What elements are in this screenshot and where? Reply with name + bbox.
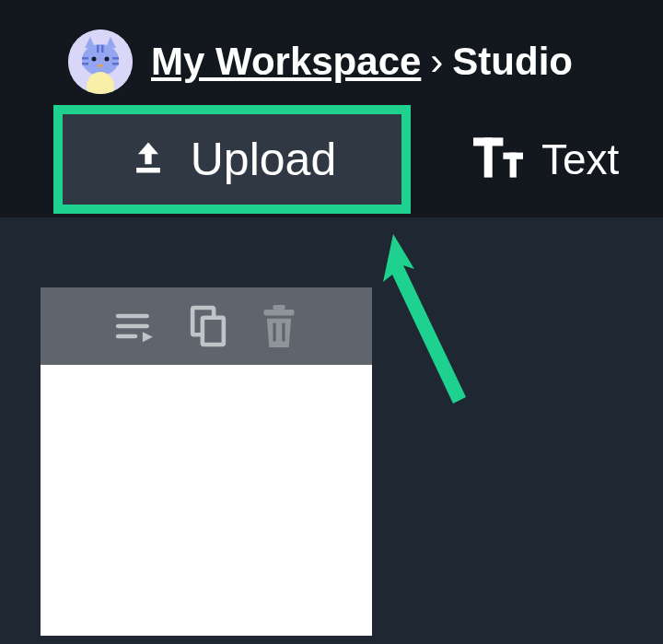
app-header: My Workspace › Studio Upload — [0, 0, 663, 217]
svg-rect-2 — [97, 45, 99, 53]
main-toolbar: Upload Text — [0, 94, 663, 214]
svg-rect-11 — [136, 168, 160, 173]
svg-rect-6 — [112, 57, 119, 60]
text-format-icon — [473, 137, 523, 181]
upload-icon — [128, 137, 169, 181]
item-toolbar — [41, 287, 372, 365]
svg-rect-7 — [112, 63, 119, 65]
svg-rect-23 — [273, 323, 275, 342]
upload-button[interactable]: Upload — [53, 105, 411, 214]
copy-icon[interactable] — [189, 305, 227, 347]
breadcrumb-separator: › — [430, 40, 443, 84]
item-card[interactable] — [41, 287, 372, 636]
item-content[interactable] — [41, 365, 372, 636]
breadcrumb: My Workspace › Studio — [0, 0, 663, 94]
svg-point-9 — [105, 57, 110, 62]
svg-rect-13 — [484, 137, 493, 177]
svg-rect-4 — [82, 57, 88, 60]
breadcrumb-current: Studio — [452, 40, 573, 84]
svg-rect-20 — [203, 318, 224, 345]
upload-label: Upload — [191, 133, 336, 186]
trash-icon[interactable] — [261, 305, 297, 347]
breadcrumb-workspace-link[interactable]: My Workspace — [151, 40, 421, 84]
svg-rect-15 — [510, 153, 517, 178]
svg-rect-5 — [82, 63, 88, 65]
svg-rect-21 — [273, 305, 285, 310]
svg-point-8 — [92, 57, 97, 62]
queue-icon[interactable] — [115, 308, 156, 345]
svg-rect-3 — [101, 45, 104, 53]
svg-rect-24 — [282, 323, 285, 342]
svg-point-1 — [82, 44, 119, 76]
canvas-area — [0, 217, 663, 636]
text-button[interactable]: Text — [464, 135, 619, 184]
avatar[interactable] — [68, 29, 133, 94]
text-label: Text — [541, 135, 619, 184]
svg-rect-22 — [264, 310, 295, 316]
